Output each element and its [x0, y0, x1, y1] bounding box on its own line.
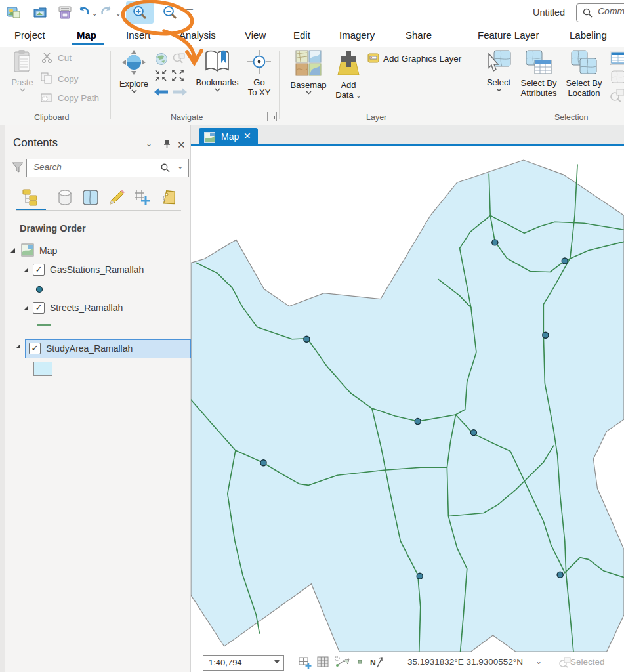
layer-checkbox[interactable]: ✓	[33, 302, 45, 314]
contents-search-input[interactable]	[32, 161, 159, 173]
explore-button[interactable]: Explore	[117, 50, 151, 93]
list-by-selection-tab[interactable]	[82, 189, 98, 206]
full-extent-icon[interactable]	[155, 52, 168, 68]
layer-checkbox[interactable]: ✓	[33, 264, 45, 276]
expand-collapse-icon[interactable]	[16, 344, 20, 348]
search-options-chevron-icon[interactable]: ⌄	[178, 163, 183, 170]
expand-collapse-icon[interactable]	[10, 248, 15, 253]
map-canvas-container[interactable]	[191, 146, 624, 652]
command-search-box[interactable]	[576, 3, 624, 22]
next-extent-icon[interactable]	[172, 87, 188, 100]
layer-checkbox[interactable]: ✓	[29, 343, 41, 354]
tab-project[interactable]: Project	[14, 30, 45, 41]
measure-icon[interactable]	[335, 656, 350, 670]
new-project-icon[interactable]	[7, 5, 21, 20]
bookmarks-button[interactable]: Bookmarks	[194, 50, 241, 92]
list-by-labeling-tab[interactable]	[160, 189, 176, 206]
tab-insert[interactable]: Insert	[126, 30, 151, 41]
zoom-to-selection-icon[interactable]	[172, 52, 185, 68]
go-to-xy-icon	[247, 50, 271, 74]
copy-button[interactable]: Copy	[58, 74, 79, 84]
tab-feature-layer[interactable]: Feature Layer	[478, 30, 539, 41]
zoom-in-button[interactable]	[126, 1, 154, 24]
close-panel-icon[interactable]: ✕	[177, 139, 186, 151]
select-by-location-button[interactable]: Select ByLocation	[563, 50, 605, 98]
go-to-xy-button[interactable]: GoTo XY	[243, 50, 276, 97]
customize-toolbar-icon[interactable]: —⌄	[186, 7, 193, 16]
scale-dropdown-icon[interactable]	[274, 660, 280, 663]
tab-imagery[interactable]: Imagery	[339, 30, 375, 41]
contents-search-box[interactable]: ⌄	[26, 159, 189, 177]
select-icon	[486, 50, 511, 74]
clipboard-group-label: Clipboard	[34, 113, 70, 122]
list-by-drawing-order-tab[interactable]	[21, 189, 37, 206]
quick-access-toolbar: ⌄ ⌄ —⌄ Untitled	[0, 0, 624, 25]
layer-label-studyarea[interactable]: StudyArea_Ramallah	[46, 343, 133, 354]
open-project-icon[interactable]	[33, 5, 47, 20]
grid-icon[interactable]	[317, 656, 330, 670]
copy-path-icon[interactable]	[41, 92, 52, 106]
expand-collapse-icon[interactable]	[24, 306, 28, 310]
list-by-snapping-tab[interactable]	[134, 189, 150, 206]
previous-extent-icon[interactable]	[154, 87, 169, 100]
scale-combobox[interactable]: 1:40,794	[203, 655, 284, 671]
tab-share[interactable]: Share	[406, 30, 432, 41]
coordinates-dropdown-icon[interactable]: ⌄	[535, 657, 542, 666]
tab-labeling[interactable]: Labeling	[570, 30, 607, 41]
zoom-to-selected-icon[interactable]	[558, 656, 572, 670]
tab-map[interactable]: Map	[77, 30, 96, 41]
tab-analysis[interactable]: Analysis	[179, 30, 216, 41]
close-tab-icon[interactable]: ✕	[243, 131, 251, 141]
map-status-bar: 1:40,794 N 35.1931832°E 31.9300552°N ⌄	[191, 652, 624, 672]
tab-edit[interactable]: Edit	[293, 30, 310, 41]
fixed-zoom-out-icon[interactable]	[171, 68, 185, 85]
paste-button[interactable]: Paste	[5, 50, 39, 92]
add-graphics-layer-button[interactable]: Add Graphics Layer	[383, 54, 461, 64]
line-symbol[interactable]	[37, 324, 51, 326]
map-view-tab[interactable]: Map ✕	[199, 128, 258, 146]
map-tab-label: Map	[221, 131, 239, 142]
add-graphics-layer-icon[interactable]	[367, 53, 379, 66]
undo-dropdown-icon[interactable]: ⌄	[92, 10, 97, 17]
list-by-data-source-tab[interactable]	[56, 189, 72, 206]
filter-icon[interactable]	[12, 161, 24, 176]
north-arrow-icon[interactable]: N	[369, 656, 384, 671]
redo-dropdown-icon[interactable]: ⌄	[115, 10, 121, 17]
add-graticule-icon[interactable]	[298, 656, 312, 671]
map-node-label[interactable]: Map	[39, 245, 57, 256]
expand-collapse-icon[interactable]	[24, 268, 28, 272]
map-canvas[interactable]	[191, 146, 624, 652]
layer-label-streets[interactable]: Streets_Ramallah	[50, 303, 123, 313]
copy-icon[interactable]	[41, 72, 52, 87]
layer-label-gasstations[interactable]: GasStations_Ramallah	[50, 264, 144, 275]
list-by-editing-tab[interactable]	[108, 189, 124, 206]
fixed-zoom-in-icon[interactable]	[154, 68, 168, 85]
command-search-input[interactable]	[596, 5, 624, 17]
ribbon: Paste Cut Copy Copy Path Clipboard Explo…	[0, 47, 624, 125]
basemap-button[interactable]: Basemap	[287, 50, 329, 94]
selected-status-label: Selected	[570, 657, 605, 667]
layer-group-label: Layer	[366, 113, 386, 122]
redo-icon[interactable]	[100, 5, 114, 20]
pin-icon[interactable]	[163, 139, 171, 152]
active-tab-underline	[72, 43, 104, 45]
cut-icon[interactable]	[42, 52, 54, 66]
navigate-dialog-launcher-icon[interactable]	[267, 112, 277, 121]
tab-view[interactable]: View	[245, 30, 266, 41]
add-data-button[interactable]: AddData ⌄	[332, 50, 365, 100]
copy-path-button[interactable]: Copy Path	[58, 93, 99, 103]
select-by-attributes-button[interactable]: Select ByAttributes	[518, 50, 559, 98]
save-project-icon[interactable]	[58, 5, 72, 20]
selection-group-label: Selection	[554, 113, 588, 122]
attribute-table-icon[interactable]	[610, 51, 624, 68]
zoom-out-button[interactable]	[156, 1, 182, 24]
point-symbol[interactable]	[35, 284, 43, 296]
zoom-to-selection-small-icon[interactable]	[610, 88, 624, 105]
clear-selection-icon[interactable]	[611, 70, 624, 86]
polygon-symbol[interactable]	[33, 362, 52, 376]
cut-button[interactable]: Cut	[58, 53, 72, 63]
undo-icon[interactable]	[76, 5, 91, 20]
panel-menu-chevron-icon[interactable]: ⌄	[146, 139, 152, 148]
select-button[interactable]: Select	[482, 50, 515, 92]
snapping-icon[interactable]	[353, 656, 367, 670]
